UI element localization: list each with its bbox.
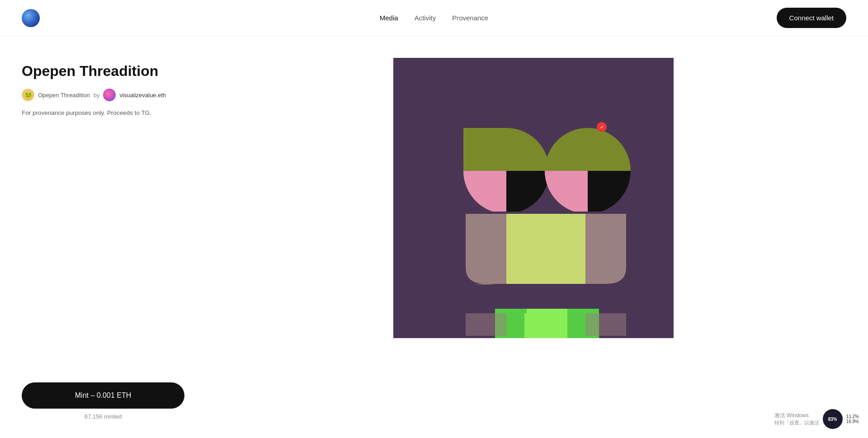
system-tray: 激活 Windows 转到「设置」以激活 83% 11.2% 16.9% [774,409,859,429]
collection-avatar-img: 🐸 [22,89,34,101]
mint-button[interactable]: Mint – 0.001 ETH [22,382,184,409]
creator-row: 🐸 Opepen Threadition by visualizevalue.e… [22,89,193,101]
description-text: For provenance purposes only. Proceeds t… [22,108,193,118]
performance-circle: 83% [823,409,843,429]
artwork-svg [393,58,674,338]
by-text: by [94,92,100,99]
artist-name[interactable]: visualizevalue.eth [119,92,166,99]
performance-stats: 11.2% 16.9% [846,414,859,424]
collection-avatar: 🐸 [22,89,34,101]
collection-name: Opepen Threadition [38,92,90,99]
artist-avatar [103,89,116,101]
nav-activity[interactable]: Activity [415,12,436,24]
header: Media Activity Provenance Connect wallet [0,0,868,36]
svg-rect-16 [585,214,626,268]
main-nav: Media Activity Provenance [380,12,488,24]
main-content: Opepen Threadition 🐸 Opepen Threadition … [0,36,868,338]
header-left [22,9,40,27]
windows-activate-text: 激活 Windows 转到「设置」以激活 [774,412,819,426]
svg-rect-22 [524,313,567,338]
svg-rect-24 [585,313,626,336]
artwork-container: ✓ [393,58,674,338]
verified-badge: ✓ [597,122,607,132]
logo-icon[interactable] [22,9,40,27]
svg-rect-23 [466,313,506,336]
page-title: Opepen Threadition [22,62,193,80]
svg-rect-15 [506,214,585,284]
right-panel: ✓ [221,58,846,338]
bottom-actions: Mint – 0.001 ETH 67,156 minted [22,382,184,420]
nav-media[interactable]: Media [380,12,398,24]
left-panel: Opepen Threadition 🐸 Opepen Threadition … [22,58,193,136]
minted-count: 67,156 minted [22,413,184,420]
svg-rect-14 [466,214,506,268]
connect-wallet-button[interactable]: Connect wallet [777,8,846,28]
nav-provenance[interactable]: Provenance [452,12,488,24]
